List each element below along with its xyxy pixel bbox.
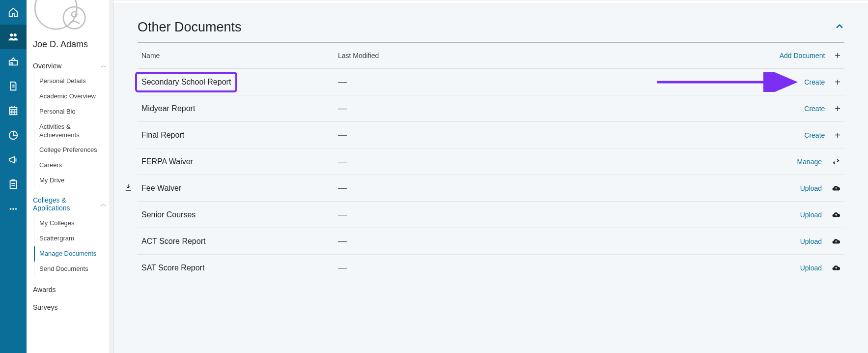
nav-item-careers[interactable]: Careers [34,158,107,173]
doc-name: ACT Score Report [141,237,338,246]
chevron-up-icon: ︿ [101,61,107,70]
nav-item-personal-bio[interactable]: Personal Bio [34,104,107,119]
doc-name: Senior Courses [141,210,338,219]
student-name: Joe D. Adams [27,34,113,58]
column-header-modified: Last Modified [338,52,780,59]
nav-header-colleges[interactable]: Colleges & Applications ︿ [33,192,107,216]
cloud-upload-icon[interactable] [832,210,840,219]
avatar [27,0,113,34]
sidebar-scrollbar[interactable] [109,0,113,353]
plus-icon[interactable]: + [835,130,840,140]
nav-header-overview-label: Overview [33,62,61,70]
nav-item-academic-overview[interactable]: Academic Overview [34,89,107,104]
doc-name: Midyear Report [141,104,338,113]
nav-more-icon[interactable] [0,197,27,221]
nav-item-manage-documents[interactable]: Manage Documents [34,246,107,262]
table-row: Secondary School Report—Create+ [138,69,844,95]
main-area: Roster Parents Scholarships Other Docume… [113,0,868,353]
svg-point-5 [10,208,11,210]
nav-calendar-icon[interactable] [0,98,27,123]
nav-item-personal-details[interactable]: Personal Details [34,74,107,89]
doc-modified: — [338,236,800,246]
table-row: ACT Score Report—Upload [138,228,844,255]
primary-icon-sidebar [0,0,27,353]
table-header-row: Name Last Modified Add Document + [138,43,844,69]
nav-item-my-drive[interactable]: My Drive [34,173,107,188]
doc-modified: — [338,156,797,167]
table-row: Final Report—Create+ [138,122,844,148]
doc-action-link[interactable]: Upload [800,237,822,245]
doc-modified: — [338,103,804,114]
nav-home-icon[interactable] [0,0,27,25]
doc-name: SAT Score Report [141,264,338,272]
doc-name: Final Report [141,131,338,140]
column-header-name: Name [141,52,338,59]
doc-action-link[interactable]: Upload [800,184,822,192]
nav-group-colleges: Colleges & Applications ︿ My Colleges Sc… [27,192,113,277]
svg-point-0 [10,34,13,37]
plus-icon[interactable]: + [835,77,840,87]
doc-modified: — [338,209,800,220]
doc-action-link[interactable]: Create [804,105,825,113]
nav-school-icon[interactable] [0,49,27,74]
svg-point-6 [13,208,14,210]
table-row: Fee Waiver—Upload [138,175,844,202]
chevron-up-icon: ︿ [101,200,107,208]
svg-rect-4 [10,181,17,189]
doc-action-link[interactable]: Create [804,78,825,86]
plus-icon[interactable]: + [835,104,840,114]
doc-action-link[interactable]: Upload [800,264,822,272]
table-row: FERPA Waiver—Manage [138,148,844,175]
section-title: Other Documents [138,20,242,35]
nav-analytics-icon[interactable] [0,123,27,147]
table-row: SAT Score Report—Upload [138,255,844,281]
nav-clipboard-icon[interactable] [0,172,27,197]
svg-point-1 [14,34,16,37]
table-row: Senior Courses—Upload [138,202,844,228]
doc-action-link[interactable]: Upload [800,211,822,219]
cloud-upload-icon[interactable] [832,184,840,193]
nav-item-surveys[interactable]: Surveys [27,298,113,316]
nav-item-activities[interactable]: Activities & Achievements [34,119,107,143]
nav-people-icon[interactable] [0,25,27,49]
add-document-link[interactable]: Add Document [780,52,825,59]
content-panel: Other Documents Name Last Modified Add D… [113,3,868,353]
nav-announce-icon[interactable] [0,147,27,172]
cloud-upload-icon[interactable] [832,264,840,272]
secondary-sidebar: Joe D. Adams Overview ︿ Personal Details… [27,0,113,353]
doc-name: FERPA Waiver [141,157,338,166]
download-icon [124,183,133,194]
doc-modified: — [338,183,800,193]
table-row: Midyear Report—Create+ [138,95,844,122]
nav-item-send-documents[interactable]: Send Documents [34,262,107,277]
svg-rect-2 [10,108,17,115]
doc-modified: — [338,77,804,87]
doc-name: Secondary School Report [141,78,338,87]
nav-header-overview[interactable]: Overview ︿ [33,58,107,74]
nav-item-college-prefs[interactable]: College Preferences [34,143,107,158]
nav-item-awards[interactable]: Awards [27,281,113,298]
doc-action-link[interactable]: Manage [797,158,822,166]
nav-item-scattergram[interactable]: Scattergram [34,231,107,246]
nav-document-icon[interactable] [0,74,27,98]
nav-header-colleges-label: Colleges & Applications [33,196,101,212]
nav-item-my-colleges[interactable]: My Colleges [34,216,107,231]
svg-point-8 [35,0,77,29]
swap-icon[interactable] [832,157,840,166]
doc-name: Fee Waiver [141,184,338,193]
doc-modified: — [338,130,804,140]
section-header: Other Documents [138,20,844,43]
cloud-upload-icon[interactable] [832,237,840,246]
collapse-section-button[interactable] [835,22,844,33]
doc-modified: — [338,263,800,273]
plus-icon[interactable]: + [835,51,840,60]
nav-group-overview: Overview ︿ Personal Details Academic Ove… [27,58,113,188]
svg-point-7 [15,208,17,210]
doc-action-link[interactable]: Create [804,131,825,139]
